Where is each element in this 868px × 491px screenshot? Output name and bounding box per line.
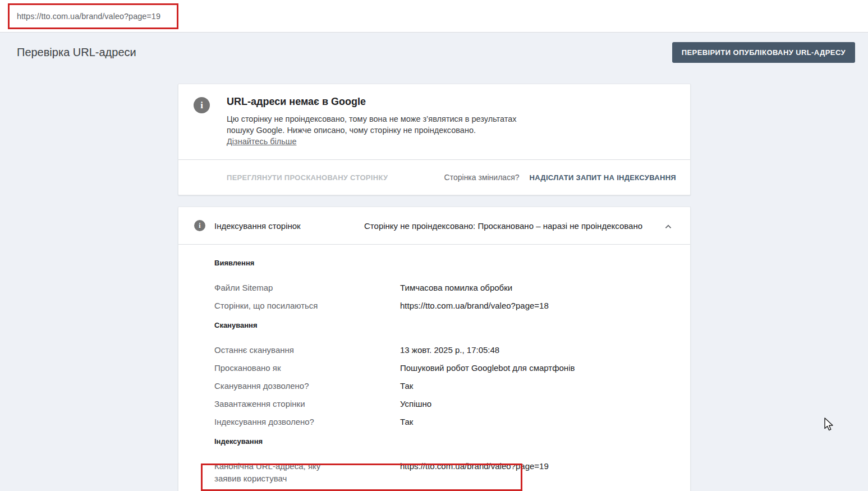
row-value: https://tto.com.ua/brand/valeo?page=19 <box>400 460 549 472</box>
info-icon-small: i <box>194 220 205 231</box>
row-value: Пошуковий робот Googlebot для смартфонів <box>400 362 575 374</box>
page-header: Перевірка URL-адреси ПЕРЕВІРИТИ ОПУБЛІКО… <box>0 33 868 72</box>
detail-row-last-crawl: Останнє сканування 13 жовт. 2025 р., 17:… <box>214 344 668 356</box>
page-indexing-details: Виявлення Файли Sitemap Тимчасова помилк… <box>178 244 690 485</box>
detail-row-sitemaps: Файли Sitemap Тимчасова помилка обробки <box>214 282 668 294</box>
row-label: Завантаження сторінки <box>214 398 305 410</box>
info-icon-glyph: i <box>199 222 200 230</box>
row-label: Останнє сканування <box>214 344 294 356</box>
section-crawl: Сканування Останнє сканування 13 жовт. 2… <box>214 321 668 428</box>
detail-row-referring-pages: Сторінки, що посилаються https://tto.com… <box>214 300 668 312</box>
row-label: Сторінки, що посилаються <box>214 300 318 312</box>
page-indexing-status: Сторінку не проіндексовано: Проскановано… <box>364 221 642 231</box>
section-indexing: Індексування Канонічна URL-адреса, яку з… <box>214 437 668 485</box>
page-changed-label: Сторінка змінилася? <box>444 173 520 182</box>
info-icon-glyph: i <box>200 100 203 111</box>
row-value: Так <box>400 416 413 428</box>
availability-text-block: URL-адреси немає в Google Цю сторінку не… <box>227 96 538 147</box>
page-indexing-header[interactable]: i Індексування сторінок Сторінку не проі… <box>178 207 690 244</box>
row-value: Успішно <box>400 398 431 410</box>
page-indexing-card: i Індексування сторінок Сторінку не проі… <box>178 207 691 491</box>
request-indexing-button[interactable]: НАДІСЛАТИ ЗАПИТ НА ІНДЕКСУВАННЯ <box>530 173 677 182</box>
learn-more-link[interactable]: Дізнайтесь більше <box>227 136 296 147</box>
detail-row-crawl-allowed: Сканування дозволено? Так <box>214 380 668 392</box>
row-label: Індексування дозволено? <box>214 416 314 428</box>
test-live-url-button[interactable]: ПЕРЕВІРИТИ ОПУБЛІКОВАНУ URL-АДРЕСУ <box>672 42 855 63</box>
row-value: Тимчасова помилка обробки <box>400 282 512 294</box>
section-discovery: Виявлення Файли Sitemap Тимчасова помилк… <box>214 259 668 312</box>
detail-row-user-canonical: Канонічна URL-адреса, яку заявив користу… <box>214 460 668 485</box>
inspected-url-input[interactable]: https://tto.com.ua/brand/valeo?page=19 <box>17 12 160 21</box>
row-label: Сканування дозволено? <box>214 380 309 392</box>
row-value: https://tto.com.ua/brand/valeo?page=18 <box>400 300 549 312</box>
availability-description: Цю сторінку не проіндексовано, тому вона… <box>227 113 538 136</box>
row-label: Канонічна URL-адреса, яку заявив користу… <box>214 460 327 485</box>
detail-row-crawled-as: Проскановано як Пошуковий робот Googlebo… <box>214 362 668 374</box>
section-heading: Індексування <box>214 437 668 446</box>
page-indexing-title: Індексування сторінок <box>214 221 301 231</box>
page-title: Перевірка URL-адреси <box>17 46 136 59</box>
chevron-up-icon[interactable] <box>662 221 674 233</box>
availability-title: URL-адреси немає в Google <box>227 96 538 108</box>
detail-row-indexing-allowed: Індексування дозволено? Так <box>214 416 668 428</box>
url-inspection-bar[interactable]: https://tto.com.ua/brand/valeo?page=19 <box>0 0 868 33</box>
availability-card-footer: ПЕРЕГЛЯНУТИ ПРОСКАНОВАНУ СТОРІНКУ Сторін… <box>178 159 690 195</box>
row-value: 13 жовт. 2025 р., 17:05:48 <box>400 344 499 356</box>
row-label: Файли Sitemap <box>214 282 273 294</box>
info-icon: i <box>194 97 210 113</box>
row-label: Проскановано як <box>214 362 281 374</box>
section-heading: Виявлення <box>214 259 668 267</box>
detail-row-page-fetch: Завантаження сторінки Успішно <box>214 398 668 410</box>
row-value: Так <box>400 380 413 392</box>
availability-card: i URL-адреси немає в Google Цю сторінку … <box>178 84 691 195</box>
mouse-cursor <box>824 417 837 434</box>
view-crawled-page-button: ПЕРЕГЛЯНУТИ ПРОСКАНОВАНУ СТОРІНКУ <box>227 173 388 182</box>
section-heading: Сканування <box>214 321 668 329</box>
